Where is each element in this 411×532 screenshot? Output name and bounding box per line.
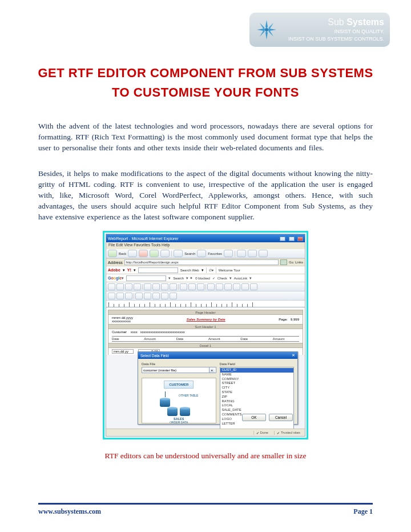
close-button[interactable] [297,237,303,241]
list-item[interactable]: LETTER [220,422,294,426]
tool-button[interactable] [170,283,177,290]
search-button[interactable] [174,250,183,257]
google-toolbar: Google▾ ▾ Search ▾ ✦ 0 blocked ✓ Check ▾… [106,274,305,282]
refresh-button[interactable] [150,250,159,257]
autolink-button[interactable]: AutoLink [234,277,247,280]
blocked-label: 0 blocked [195,277,210,280]
col-amount: Amount [273,337,299,341]
footer-url: www.subsystems.com [38,507,101,516]
tool-button[interactable] [250,283,257,290]
list-item[interactable]: LOCAL [220,403,294,408]
list-item[interactable]: STREET [220,381,294,386]
favorites-button[interactable] [197,250,206,257]
band-page-header: Page Header [108,310,303,315]
stop-button[interactable] [139,250,148,257]
tool-button[interactable] [207,283,215,290]
tool-button[interactable] [152,283,160,290]
cylinder-icon [180,408,190,416]
address-input[interactable]: http://localhost/Report/design.aspx [124,259,279,265]
list-item[interactable]: CUST_ID [220,368,294,373]
edit-button[interactable] [259,250,268,257]
favorites-label: Favorites [208,252,222,255]
datafile-label: Data File [142,362,216,366]
tool-button[interactable] [135,293,143,299]
yahoo-search-input[interactable] [138,267,178,273]
list-item[interactable]: ZIP [220,395,294,399]
tool-button[interactable] [216,283,223,290]
figure: WebReport - Microsoft Internet Explorer … [0,231,411,439]
page-title: GET RTF EDITOR COMPONENT FROM SUB SYSTEM… [29,63,382,102]
cancel-button[interactable]: Cancel [269,414,293,421]
maximize-button[interactable] [289,237,295,241]
page-value: 9,999 [291,318,299,321]
list-item[interactable]: STATE [220,390,294,395]
tool-button[interactable] [125,283,132,290]
address-label: Address [108,261,123,265]
page-footer: www.subsystems.com Page 1 [38,507,373,516]
minimize-button[interactable] [280,237,285,241]
tool-button[interactable] [152,293,160,299]
tool-button[interactable] [241,283,249,290]
select-field-dialog: Select Data Field ✕ Data File customer (… [138,351,298,425]
window-titlebar: WebReport - Microsoft Internet Explorer [106,234,305,242]
dialog-close-icon[interactable]: ✕ [292,353,295,358]
dialog-title: Select Data Field [140,354,169,358]
sort-header-body: Customer xxxx xxxxxxxxxxxxxxxxxxxxxxxxxx… [108,329,303,343]
brand-tagline-2: INSIST ON SUB SYSTEMS' CONTROLS. [283,36,384,42]
list-item[interactable]: NAME [220,373,294,377]
tool-button[interactable] [108,293,115,299]
welcome-tour-link[interactable]: Welcome Tour [219,269,240,272]
menubar[interactable]: File Edit View Favorites Tools Help [106,242,305,249]
home-button[interactable] [160,250,170,257]
tool-button[interactable] [134,283,141,290]
tool-button[interactable] [125,293,132,299]
ok-button[interactable]: OK [242,414,266,421]
search-label: Search [184,252,195,255]
status-trusted: ✔ Trusted sites [274,431,303,435]
tool-button[interactable] [108,283,115,290]
brand-logo: Sub Systems INSIST ON QUALITY. INSIST ON… [249,13,390,47]
back-button[interactable] [108,250,117,257]
google-search-input[interactable] [126,275,166,281]
col-date: Date [112,337,138,341]
tool-button[interactable] [116,293,124,299]
footer-page: Page 1 [353,507,373,516]
check-button[interactable]: Check [217,277,227,280]
window-controls [279,234,303,243]
tool-button[interactable] [188,283,196,290]
dialog-titlebar: Select Data Field ✕ [138,352,297,359]
tool-button[interactable] [161,283,168,290]
tool-button[interactable] [224,283,232,290]
tool-button[interactable] [144,283,151,290]
chevron-down-icon[interactable]: ▾ [209,367,215,373]
tool-button[interactable] [197,283,204,290]
tool-button[interactable] [170,293,177,299]
col-amount: Amount [144,337,170,341]
cylinder-icon [160,399,170,407]
tool-button[interactable] [161,293,168,299]
google-search-button[interactable]: Search [173,277,184,280]
print-button[interactable] [248,250,257,257]
mail-button[interactable] [237,250,246,257]
tool-button[interactable] [144,293,151,299]
tool-button[interactable] [116,283,124,290]
tool-button[interactable] [180,283,187,290]
tool-button[interactable] [233,283,240,290]
status-done: ✔ Done [253,431,271,435]
list-item[interactable]: COMPANY [220,377,294,382]
forward-button[interactable] [128,250,137,257]
history-button[interactable] [224,250,233,257]
status-bar: ✔ Done ✔ Trusted sites [106,429,305,436]
links-label: Links [295,261,303,264]
list-item[interactable]: CITY [220,386,294,390]
list-item[interactable]: SALE_DATE [220,408,294,413]
col-amount: Amount [208,337,235,341]
cylinder-icon [167,408,178,416]
datafield-label: Data Field [220,362,295,366]
go-button[interactable] [280,259,287,265]
search-web-button[interactable]: Search Web [180,269,199,272]
list-item[interactable]: RATING [220,399,294,404]
paragraph-1: With the advent of the latest technologi… [38,121,373,154]
ie-toolbar: Back Search Favorites [106,249,305,258]
datafile-combo[interactable]: customer (master file)▾ [142,367,216,373]
